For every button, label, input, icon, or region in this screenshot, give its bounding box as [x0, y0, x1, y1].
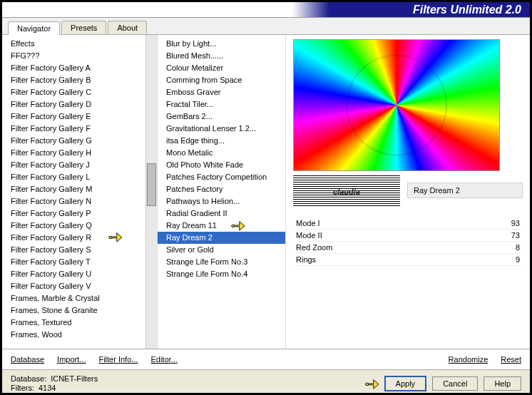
category-item[interactable]: Filter Factory Gallery C — [2, 86, 145, 98]
filter-item[interactable]: Emboss Graver — [158, 86, 285, 98]
tab-about[interactable]: About — [108, 21, 147, 34]
filter-item[interactable]: Strange Life Form No.4 — [158, 268, 285, 280]
database-button[interactable]: Database — [11, 355, 44, 364]
filter-item[interactable]: Ray Dream 11 — [158, 220, 285, 232]
category-item[interactable]: Frames, Wood — [2, 329, 145, 341]
filter-item[interactable]: Blured Mesh...... — [158, 50, 285, 62]
main-content: EffectsFFG???Filter Factory Gallery AFil… — [2, 35, 530, 349]
category-item[interactable]: Filter Factory Gallery A — [2, 62, 145, 74]
category-item[interactable]: Frames, Textured — [2, 317, 145, 329]
parameter-list: Mode I93Mode II73Red Zoom8Rings9 — [293, 217, 523, 266]
param-label: Mode I — [296, 219, 320, 227]
randomize-button[interactable]: Randomize — [449, 355, 488, 364]
filters-count-value: 4134 — [39, 384, 56, 392]
import-button[interactable]: Import... — [57, 355, 86, 364]
category-item[interactable]: FFG??? — [2, 50, 145, 62]
filter-item[interactable]: Radial Gradient II — [158, 207, 285, 220]
filter-info-button[interactable]: Filter Info... — [98, 355, 138, 364]
category-item[interactable]: Filter Factory Gallery S — [2, 244, 145, 256]
db-value: ICNET-Filters — [51, 374, 98, 383]
category-item[interactable]: Frames, Marble & Crystal — [2, 292, 145, 304]
filter-item[interactable]: Fractal Tiler... — [158, 98, 285, 111]
apply-button[interactable]: Apply — [384, 376, 427, 391]
filter-item[interactable]: Comming from Space — [158, 74, 285, 86]
category-item[interactable]: Filter Factory Gallery J — [2, 159, 145, 171]
filter-item[interactable]: Patches Factory Competition — [158, 171, 285, 183]
titlebar: Filters Unlimited 2.0 — [2, 2, 530, 18]
category-item[interactable]: Filter Factory Gallery L — [2, 171, 145, 183]
selected-filter-name: Ray Dream 2 — [407, 183, 523, 198]
param-value: 8 — [516, 243, 520, 252]
filter-item[interactable]: Ray Dream 2 — [158, 232, 285, 244]
db-label: Database: — [11, 374, 46, 383]
category-item[interactable]: Filter Factory Gallery G — [2, 135, 145, 147]
category-item[interactable]: Filter Factory Gallery Q — [2, 220, 145, 232]
category-item[interactable]: Filter Factory Gallery E — [2, 111, 145, 123]
filter-item[interactable]: Colour Metalizer — [158, 62, 285, 74]
filter-item[interactable]: Strange Life Form No.3 — [158, 256, 285, 268]
param-label: Red Zoom — [296, 243, 332, 252]
category-item[interactable]: Filter Factory Gallery U — [2, 268, 145, 280]
status-bar: Database:ICNET-Filters Filters:4134 Appl… — [2, 369, 530, 395]
category-item[interactable]: Filter Factory Gallery D — [2, 98, 145, 111]
filter-item[interactable]: Old Photo White Fade — [158, 159, 285, 171]
tab-presets[interactable]: Presets — [61, 21, 106, 34]
param-label: Rings — [296, 255, 316, 264]
param-value: 73 — [511, 231, 520, 240]
filter-item[interactable]: Blur by Light... — [158, 38, 285, 50]
filter-item[interactable]: Gravitational Lenser 1.2... — [158, 123, 285, 135]
bottom-toolbar: Database Import... Filter Info... Editor… — [2, 349, 530, 369]
filters-count-label: Filters: — [11, 384, 34, 392]
filter-item[interactable]: Silver or Gold — [158, 244, 285, 256]
category-item[interactable]: Filter Factory Gallery M — [2, 183, 145, 195]
category-item[interactable]: Filter Factory Gallery P — [2, 207, 145, 220]
category-item[interactable]: Filter Factory Gallery T — [2, 256, 145, 268]
param-label: Mode II — [296, 231, 322, 240]
pointer-hand-icon — [364, 377, 380, 390]
app-title: Filters Unlimited 2.0 — [413, 4, 521, 16]
filter-item[interactable]: Mono Metalic — [158, 147, 285, 159]
cancel-button[interactable]: Cancel — [432, 376, 478, 391]
filter-list[interactable]: Blur by Light...Blured Mesh......Colour … — [158, 35, 286, 349]
watermark-badge: claudia — [293, 175, 400, 207]
category-item[interactable]: Frames, Stone & Granite — [2, 304, 145, 317]
category-item[interactable]: Filter Factory Gallery F — [2, 123, 145, 135]
filter-item[interactable]: Pathways to Helion... — [158, 195, 285, 207]
param-row[interactable]: Red Zoom8 — [293, 242, 523, 254]
category-item[interactable]: Filter Factory Gallery R — [2, 232, 145, 244]
param-row[interactable]: Mode II73 — [293, 230, 523, 242]
category-item[interactable]: Filter Factory Gallery B — [2, 74, 145, 86]
param-value: 93 — [511, 219, 520, 227]
category-scrollbar[interactable] — [145, 35, 157, 349]
filter-item[interactable]: Patches Factory — [158, 183, 285, 195]
param-value: 9 — [516, 255, 520, 264]
tab-navigator[interactable]: Navigator — [8, 21, 60, 35]
param-row[interactable]: Mode I93 — [293, 217, 523, 230]
category-item[interactable]: Filter Factory Gallery H — [2, 147, 145, 159]
filter-item[interactable]: GemBars 2... — [158, 111, 285, 123]
scroll-thumb[interactable] — [147, 163, 156, 206]
category-item[interactable]: Effects — [2, 38, 145, 50]
preview-panel: claudia Ray Dream 2 Mode I93Mode II73Red… — [286, 35, 530, 349]
tab-row: NavigatorPresetsAbout — [2, 18, 530, 35]
help-button[interactable]: Help — [484, 376, 521, 391]
preview-image — [293, 39, 500, 171]
editor-button[interactable]: Editor... — [150, 355, 177, 364]
category-item[interactable]: Filter Factory Gallery V — [2, 280, 145, 292]
filter-item[interactable]: itsa Edge thing... — [158, 135, 285, 147]
reset-button[interactable]: Reset — [501, 355, 521, 364]
category-list[interactable]: EffectsFFG???Filter Factory Gallery AFil… — [2, 35, 158, 349]
category-item[interactable]: Filter Factory Gallery N — [2, 195, 145, 207]
param-row[interactable]: Rings9 — [293, 254, 523, 266]
